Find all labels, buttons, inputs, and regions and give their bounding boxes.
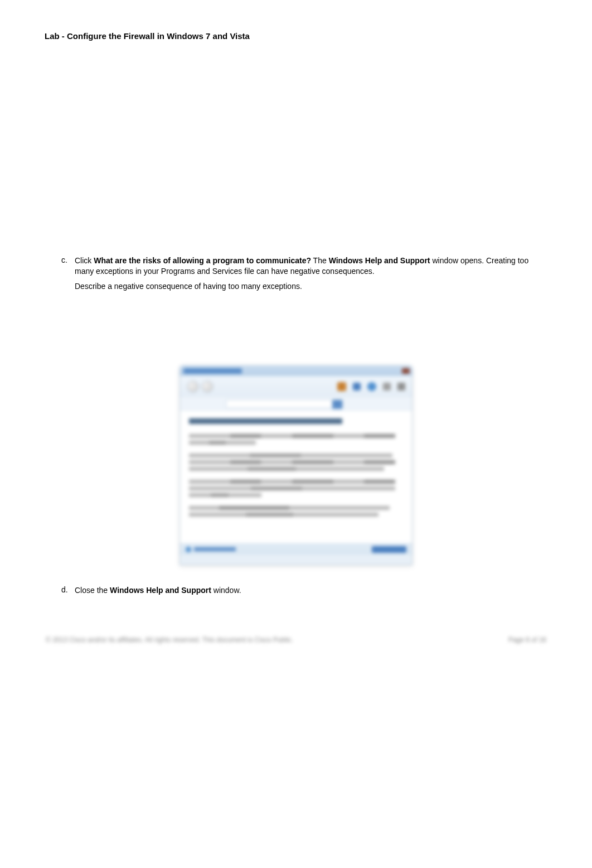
footer-label xyxy=(194,547,236,551)
browse-icon xyxy=(367,382,376,391)
paragraph-2 xyxy=(189,454,403,471)
bold-window-name: Windows Help and Support xyxy=(110,586,211,595)
page-number: Page 6 of 16 xyxy=(508,636,546,644)
list-marker-d: d. xyxy=(61,585,75,596)
search-bar xyxy=(180,397,412,411)
page-header: Lab - Configure the Firewall in Windows … xyxy=(45,31,250,41)
list-body-d: Close the Windows Help and Support windo… xyxy=(75,585,547,596)
list-item-d-container: d. Close the Windows Help and Support wi… xyxy=(61,585,547,602)
page-footer: © 2013 Cisco and/or its affiliates. All … xyxy=(46,636,546,644)
text-segment: Close the xyxy=(75,586,110,595)
window-titlebar xyxy=(180,366,412,376)
list-item-d: d. Close the Windows Help and Support wi… xyxy=(61,585,547,596)
list-body-c: Click What are the risks of allowing a p… xyxy=(75,255,547,292)
help-footer xyxy=(180,543,412,554)
title-badge xyxy=(183,368,242,374)
forward-icon xyxy=(201,380,213,393)
print-icon xyxy=(353,383,361,390)
copyright-text: © 2013 Cisco and/or its affiliates. All … xyxy=(46,636,293,644)
close-icon xyxy=(402,368,410,374)
search-input xyxy=(226,399,343,408)
back-icon xyxy=(187,380,199,393)
list-marker-c: c. xyxy=(61,255,75,292)
text-segment: The xyxy=(311,256,329,265)
help-heading xyxy=(189,418,342,424)
search-icon xyxy=(332,400,342,409)
bold-link-text: What are the risks of allowing a program… xyxy=(94,256,311,265)
screenshot-figure xyxy=(72,365,520,565)
options-icon xyxy=(397,383,405,390)
text-segment: window. xyxy=(211,586,241,595)
ask-icon xyxy=(383,383,391,390)
bold-window-name: Windows Help and Support xyxy=(329,256,430,265)
list-item-c: c. Click What are the risks of allowing … xyxy=(61,255,547,292)
content-section: c. Click What are the risks of allowing … xyxy=(61,255,547,298)
question-text: Describe a negative consequence of havin… xyxy=(75,281,547,292)
home-icon xyxy=(337,382,346,391)
paragraph-3 xyxy=(189,480,403,497)
online-help-button xyxy=(372,546,406,553)
paragraph-1 xyxy=(189,434,403,445)
help-support-window xyxy=(179,365,413,565)
paragraph-4 xyxy=(189,506,403,517)
toolbar xyxy=(180,376,412,397)
text-segment: Click xyxy=(75,256,94,265)
help-content-area xyxy=(180,411,412,554)
support-icon xyxy=(186,547,191,552)
